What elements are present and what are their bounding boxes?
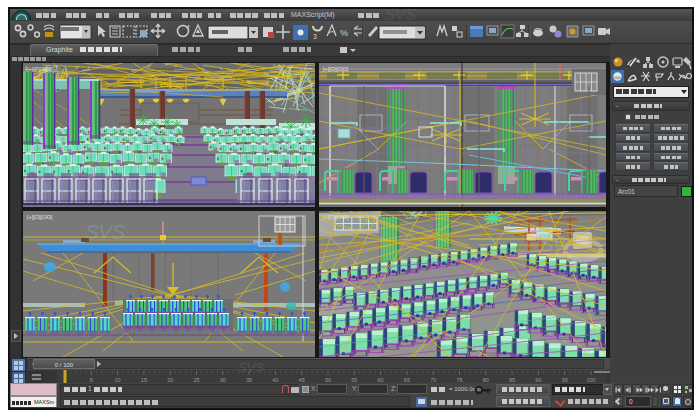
svg-text:20: 20 — [167, 377, 173, 383]
svg-text:70: 70 — [430, 377, 436, 383]
svg-text:90: 90 — [535, 377, 541, 383]
svg-text:100: 100 — [586, 377, 595, 383]
svg-text:5: 5 — [90, 377, 93, 383]
svg-text:55: 55 — [351, 377, 357, 383]
svg-text:%: % — [340, 28, 348, 38]
svg-text:[+][P][OO]: [+][P][OO] — [27, 66, 52, 72]
svg-text:85: 85 — [509, 377, 515, 383]
svg-text:95: 95 — [562, 377, 568, 383]
svg-text:15: 15 — [141, 377, 147, 383]
svg-text:65: 65 — [404, 377, 410, 383]
svg-text:40: 40 — [272, 377, 278, 383]
svg-text:35: 35 — [246, 377, 252, 383]
svg-text:50: 50 — [325, 377, 331, 383]
svg-text:75: 75 — [456, 377, 462, 383]
svg-text:25: 25 — [193, 377, 199, 383]
svg-text:45: 45 — [299, 377, 305, 383]
svg-text:10: 10 — [115, 377, 121, 383]
svg-text:[+][O][OO]: [+][O][OO] — [323, 66, 349, 72]
svg-text:30: 30 — [220, 377, 226, 383]
svg-text:[+][O][OO]: [+][O][OO] — [323, 214, 349, 220]
svg-text:80: 80 — [483, 377, 489, 383]
svg-text:[+][O][OO]: [+][O][OO] — [27, 214, 53, 220]
svg-text:60: 60 — [378, 377, 384, 383]
svg-text:3: 3 — [313, 33, 317, 40]
